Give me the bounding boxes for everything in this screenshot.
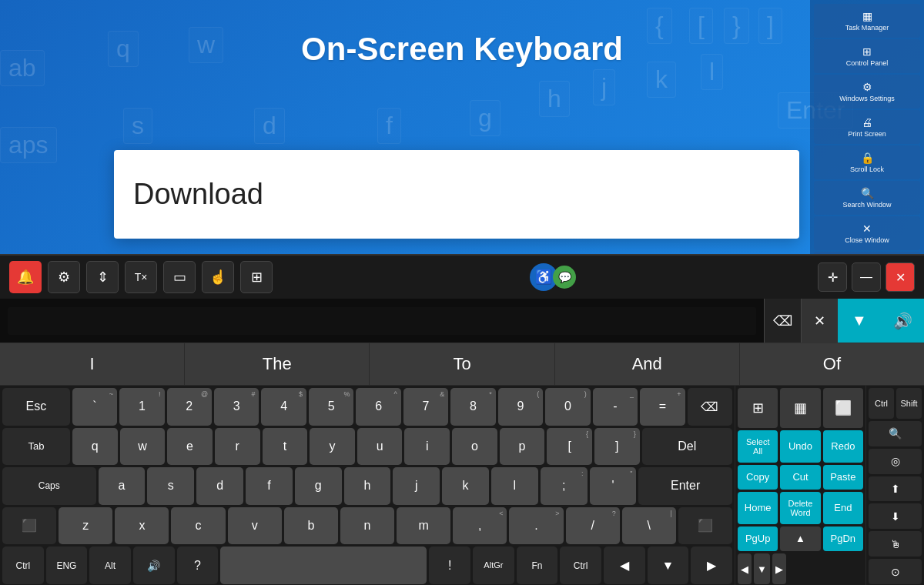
task-manager-btn[interactable]: ▦ Task Manager (814, 4, 920, 38)
key-r[interactable]: r (215, 428, 260, 466)
scroll-up-button[interactable]: ⬆ (869, 476, 922, 502)
key-semicolon[interactable]: :; (541, 467, 588, 505)
key-e[interactable]: e (167, 428, 213, 466)
key-b[interactable]: b (284, 507, 338, 545)
key-speaker[interactable]: 🔊 (133, 547, 175, 584)
key-backspace[interactable]: ⌫ (688, 388, 732, 426)
word-And[interactable]: And (555, 343, 740, 385)
shift-modifier-key[interactable]: Shift (896, 388, 922, 419)
key-alt-l[interactable]: Alt (89, 547, 131, 584)
text-input-box[interactable]: Download (114, 150, 799, 239)
key-equals[interactable]: += (640, 388, 685, 426)
key-tab[interactable]: Tab (2, 428, 70, 466)
layout-button[interactable]: ⊞ (240, 261, 273, 293)
undo-button[interactable]: Undo (780, 430, 820, 463)
browser-key[interactable]: ⬜ (823, 388, 863, 428)
print-screen-btn[interactable]: 🖨 Print Screen (814, 110, 920, 144)
minimize-button[interactable]: — (852, 262, 881, 292)
key-8[interactable]: *8 (450, 388, 495, 426)
key-a[interactable]: a (99, 467, 146, 505)
control-panel-btn[interactable]: ⊞ Control Panel (814, 39, 920, 73)
mouse-left-button[interactable]: 🖱 (869, 531, 922, 557)
key-comma[interactable]: <, (453, 507, 507, 545)
key-y[interactable]: y (310, 428, 355, 466)
screen-button[interactable]: ▭ (163, 261, 196, 293)
key-4[interactable]: $4 (261, 388, 306, 426)
key-h[interactable]: h (344, 467, 391, 505)
pgdn-button[interactable]: PgDn (823, 526, 863, 552)
key-s[interactable]: s (147, 467, 194, 505)
key-i[interactable]: i (404, 428, 450, 466)
key-2[interactable]: @2 (167, 388, 212, 426)
copy-button[interactable]: Copy (738, 465, 778, 490)
settings-button[interactable]: ⚙ (48, 261, 80, 293)
key-shift-r[interactable]: ⬛ (678, 507, 732, 545)
key-w[interactable]: w (120, 428, 166, 466)
key-ctrl-l[interactable]: Ctrl (2, 547, 44, 584)
word-Of[interactable]: Of (740, 343, 924, 385)
zoom-in-button[interactable]: 🔍 (869, 421, 922, 446)
filter-button[interactable]: ⇕ (86, 261, 119, 293)
key-arrow-right[interactable]: ▶ (691, 547, 732, 584)
target-button[interactable]: ◎ (869, 449, 922, 474)
paste-button[interactable]: Paste (823, 465, 863, 490)
key-del[interactable]: Del (642, 428, 732, 466)
key-esc[interactable]: Esc (2, 388, 70, 426)
key-slash[interactable]: ?/ (566, 507, 620, 545)
redo-button[interactable]: Redo (823, 430, 863, 463)
key-j[interactable]: j (393, 467, 440, 505)
key-d[interactable]: d (196, 467, 243, 505)
key-question[interactable]: ? (177, 547, 219, 584)
pgup-button[interactable]: PgUp (738, 526, 778, 552)
key-exclaim[interactable]: ! (429, 547, 470, 584)
alert-button[interactable]: 🔔 (9, 261, 42, 293)
key-7[interactable]: &7 (403, 388, 448, 426)
ctrl-modifier-key[interactable]: Ctrl (869, 388, 894, 419)
key-v[interactable]: v (228, 507, 282, 545)
key-1[interactable]: !1 (119, 388, 164, 426)
search-btn[interactable]: 🔍 Search Window (814, 181, 920, 215)
key-q[interactable]: q (72, 428, 118, 466)
key-x[interactable]: x (115, 507, 169, 545)
end-button[interactable]: End (823, 492, 863, 524)
key-eng[interactable]: ENG (46, 547, 88, 584)
up-arrow-button[interactable]: ▲ (780, 526, 820, 552)
key-f[interactable]: f (246, 467, 293, 505)
scroll-lock-btn[interactable]: 🔒 Scroll Lock (814, 145, 920, 179)
key-minus[interactable]: _- (593, 388, 638, 426)
move-button[interactable]: ✛ (818, 262, 847, 292)
delete-word-button[interactable]: Delete Word (780, 492, 820, 524)
right-nav-button[interactable]: ▶ (772, 553, 786, 584)
key-l[interactable]: l (491, 467, 538, 505)
dropdown-button[interactable]: ▼ (838, 299, 881, 343)
key-k[interactable]: k (442, 467, 489, 505)
key-quote[interactable]: "' (590, 467, 637, 505)
down-nav-button[interactable]: ▼ (754, 553, 770, 584)
windows-key[interactable]: ⊞ (738, 388, 778, 428)
key-shift-l[interactable]: ⬛ (2, 507, 56, 545)
word-To[interactable]: To (370, 343, 554, 385)
close-button[interactable]: ✕ (886, 262, 915, 292)
key-t[interactable]: t (263, 428, 308, 466)
key-caps[interactable]: Caps (2, 467, 96, 505)
text-clear-button[interactable]: T× (125, 261, 157, 293)
scroll-down-button[interactable]: ⬇ (869, 503, 922, 529)
input-clear-button[interactable]: ✕ (801, 299, 838, 343)
key-c[interactable]: c (171, 507, 225, 545)
windows-settings-btn[interactable]: ⚙ Windows Settings (814, 75, 920, 109)
home-button[interactable]: Home (738, 492, 778, 524)
word-I[interactable]: I (0, 343, 185, 385)
key-arrow-down[interactable]: ▼ (648, 547, 689, 584)
left-nav-button[interactable]: ◀ (738, 553, 752, 584)
key-o[interactable]: o (452, 428, 497, 466)
key-enter[interactable]: Enter (638, 467, 732, 505)
key-6[interactable]: ^6 (356, 388, 400, 426)
keyboard-icon-button[interactable]: ☝ (202, 261, 234, 293)
key-9[interactable]: (9 (498, 388, 543, 426)
key-u[interactable]: u (357, 428, 403, 466)
calculator-key[interactable]: ▦ (780, 388, 820, 428)
key-space[interactable] (220, 547, 427, 584)
key-5[interactable]: %5 (309, 388, 353, 426)
mouse-right-button[interactable]: ⊙ (869, 559, 922, 584)
key-period[interactable]: >. (509, 507, 563, 545)
